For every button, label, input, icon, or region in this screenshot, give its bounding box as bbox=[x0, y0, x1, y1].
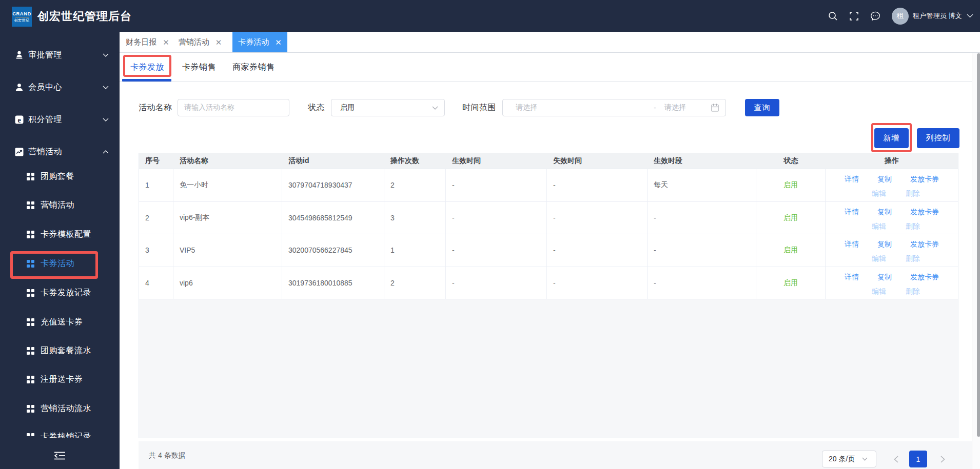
status-select[interactable]: 启用 bbox=[331, 99, 445, 116]
range-end-placeholder: 请选择 bbox=[664, 103, 686, 112]
sidebar-item-11[interactable]: 团购套餐流水 bbox=[0, 336, 120, 365]
delete-link[interactable]: 删除 bbox=[906, 252, 920, 266]
page-size-value: 20 条/页 bbox=[829, 455, 855, 464]
cell-operations: 详情复制发放卡券编辑删除 bbox=[826, 202, 958, 234]
current-page-button[interactable]: 1 bbox=[909, 451, 927, 467]
copy-link[interactable]: 复制 bbox=[877, 237, 892, 251]
delete-link[interactable]: 删除 bbox=[906, 187, 920, 200]
issue-coupon-link[interactable]: 发放卡券 bbox=[910, 172, 939, 186]
sidebar-item-9[interactable]: 卡券发放记录 bbox=[0, 278, 120, 307]
grid-icon bbox=[27, 289, 34, 297]
issue-coupon-link[interactable]: 发放卡券 bbox=[910, 270, 939, 284]
add-button[interactable]: 新增 bbox=[874, 128, 909, 148]
page-tab-1[interactable]: 财务日报✕ bbox=[122, 32, 173, 52]
sidebar-item-8[interactable]: 卡券活动 bbox=[0, 249, 120, 278]
cell-count: 2 bbox=[384, 267, 446, 299]
range-start-placeholder: 请选择 bbox=[516, 103, 537, 112]
cell-text: 2 bbox=[390, 181, 395, 189]
search-button[interactable]: 查询 bbox=[745, 99, 779, 116]
copy-link[interactable]: 复制 bbox=[877, 172, 892, 186]
activity-name-input[interactable]: 请输入活动名称 bbox=[178, 99, 289, 116]
edit-link[interactable]: 编辑 bbox=[872, 284, 886, 298]
user-name[interactable]: 租户管理员 博文 bbox=[913, 11, 962, 21]
column-header-8: 状态 bbox=[756, 153, 826, 169]
detail-link[interactable]: 详情 bbox=[845, 237, 859, 251]
tab-close-icon[interactable]: ✕ bbox=[215, 38, 222, 46]
prev-page-chevron-left-icon[interactable] bbox=[891, 451, 901, 467]
copy-link[interactable]: 复制 bbox=[877, 270, 892, 284]
status-badge: 启用 bbox=[783, 246, 798, 255]
edit-link[interactable]: 编辑 bbox=[872, 252, 886, 266]
tab-close-icon[interactable]: ✕ bbox=[275, 38, 282, 46]
sidebar-item-label: 营销活动流水 bbox=[41, 403, 91, 414]
fullscreen-icon[interactable] bbox=[849, 11, 859, 21]
sidebar-item-label: 充值送卡券 bbox=[41, 317, 83, 328]
subtab-label: 卡券销售 bbox=[182, 62, 216, 73]
cell-period: - bbox=[648, 267, 756, 299]
issue-coupon-link[interactable]: 发放卡券 bbox=[910, 205, 939, 219]
subtab-1[interactable]: 卡券发放 bbox=[130, 53, 164, 81]
column-header-3: 活动id bbox=[282, 153, 384, 169]
table-footer: 共 4 条数据 20 条/页 1 bbox=[139, 441, 972, 469]
page-tab-2[interactable]: 营销活动✕ bbox=[173, 32, 227, 52]
column-header-7: 生效时段 bbox=[648, 153, 756, 169]
sidebar-item-label: 注册送卡券 bbox=[41, 374, 83, 385]
copy-link[interactable]: 复制 bbox=[877, 205, 892, 219]
edit-link[interactable]: 编辑 bbox=[872, 219, 886, 233]
cell-start: - bbox=[446, 234, 547, 267]
sidebar-item-10[interactable]: 充值送卡券 bbox=[0, 308, 120, 336]
cell-index: 4 bbox=[139, 267, 173, 299]
delete-link[interactable]: 删除 bbox=[906, 219, 920, 233]
sidebar-item-6[interactable]: 营销活动 bbox=[0, 191, 120, 219]
sidebar-item-3[interactable]: e积分管理 bbox=[0, 105, 120, 134]
sidebar-item-13[interactable]: 营销活动流水 bbox=[0, 394, 120, 423]
delete-link[interactable]: 删除 bbox=[906, 284, 920, 298]
cell-end: - bbox=[547, 267, 648, 299]
cell-count: 3 bbox=[384, 202, 446, 234]
page-tab-label: 卡券活动 bbox=[238, 37, 269, 47]
column-header-5: 生效时间 bbox=[446, 153, 547, 169]
subtab-2[interactable]: 卡券销售 bbox=[182, 53, 216, 81]
cell-operations: 详情复制发放卡券编辑删除 bbox=[826, 169, 958, 201]
total-count-text: 共 4 条数据 bbox=[149, 441, 186, 469]
table-row-3: 3VIP530200705662278451---启用详情复制发放卡券编辑删除 bbox=[139, 234, 958, 267]
range-separator: - bbox=[654, 104, 656, 112]
cell-name: vip6-副本 bbox=[173, 202, 282, 234]
scrollbar-thumb[interactable] bbox=[977, 53, 980, 437]
sidebar-item-label: 团购套餐 bbox=[41, 171, 74, 182]
cell-operations: 详情复制发放卡券编辑删除 bbox=[826, 267, 958, 299]
cell-index: 3 bbox=[139, 234, 173, 267]
search-icon[interactable] bbox=[828, 11, 838, 21]
sidebar-item-7[interactable]: 卡券模板配置 bbox=[0, 220, 120, 249]
tab-close-icon[interactable]: ✕ bbox=[163, 38, 169, 46]
page-tab-label: 财务日报 bbox=[126, 37, 156, 47]
next-page-chevron-right-icon[interactable] bbox=[937, 451, 948, 467]
cell-text: 3019736180010885 bbox=[288, 279, 352, 287]
detail-link[interactable]: 详情 bbox=[845, 172, 859, 186]
sidebar-item-2[interactable]: 会员中心 bbox=[0, 73, 120, 101]
date-range-picker[interactable]: 请选择 - 请选择 bbox=[502, 99, 726, 116]
cell-start: - bbox=[446, 169, 547, 201]
message-icon[interactable] bbox=[870, 11, 880, 21]
scrollbar-track bbox=[972, 53, 980, 469]
detail-link[interactable]: 详情 bbox=[845, 205, 859, 219]
avatar[interactable]: 租 bbox=[892, 8, 909, 25]
sidebar-item-5[interactable]: 团购套餐 bbox=[0, 162, 120, 191]
page-tab-3[interactable]: 卡券活动✕ bbox=[232, 32, 287, 52]
cell-text: - bbox=[452, 181, 455, 189]
edit-link[interactable]: 编辑 bbox=[872, 187, 886, 200]
sidebar-fold-bar bbox=[0, 442, 120, 469]
sidebar-item-14[interactable]: 卡券核销记录 bbox=[0, 422, 120, 438]
cell-text: VIP5 bbox=[180, 246, 195, 254]
detail-link[interactable]: 详情 bbox=[845, 270, 859, 284]
issue-coupon-link[interactable]: 发放卡券 bbox=[910, 237, 939, 251]
page-size-select[interactable]: 20 条/页 bbox=[822, 451, 876, 467]
sidebar-item-1[interactable]: 审批管理 bbox=[0, 40, 120, 69]
cell-status: 启用 bbox=[756, 234, 826, 267]
column-control-button[interactable]: 列控制 bbox=[917, 128, 959, 148]
sidebar-item-12[interactable]: 注册送卡券 bbox=[0, 365, 120, 394]
menu-fold-icon[interactable] bbox=[54, 452, 65, 460]
user-menu-chevron-down-icon[interactable] bbox=[967, 14, 973, 18]
cell-start: - bbox=[446, 202, 547, 234]
subtab-3[interactable]: 商家券销售 bbox=[232, 53, 275, 81]
